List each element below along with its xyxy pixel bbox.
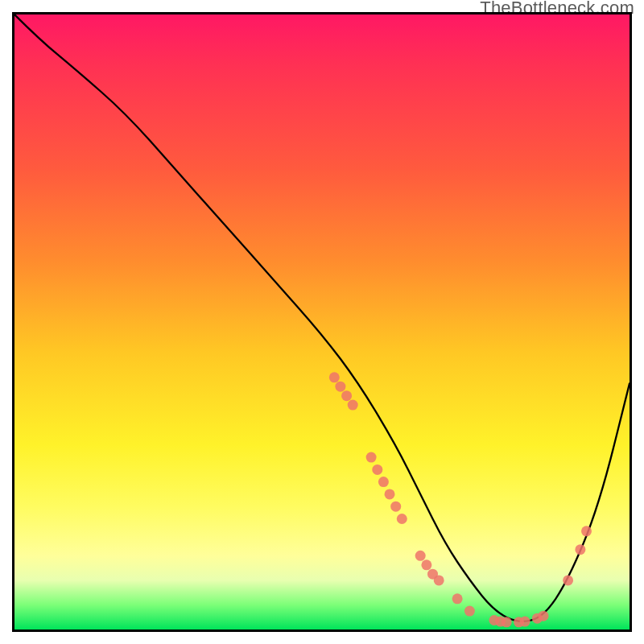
marker-point [366, 452, 377, 463]
marker-point [329, 372, 340, 382]
marker-point [341, 390, 352, 401]
marker-point [581, 526, 592, 536]
marker-point [452, 593, 463, 604]
marker-point [390, 502, 401, 512]
chart-root: TheBottleneck.com [0, 0, 644, 644]
marker-point [385, 489, 395, 499]
marker-point [415, 551, 426, 561]
marker-point [372, 464, 382, 475]
marker-point [378, 477, 389, 487]
markers-group [329, 372, 592, 627]
chart-svg [14, 14, 630, 630]
marker-point [539, 611, 549, 621]
marker-point [575, 544, 585, 555]
marker-point [348, 400, 358, 411]
plot-area [12, 12, 632, 632]
bottleneck-curve-line [14, 14, 630, 621]
marker-point [397, 514, 407, 524]
marker-point [563, 575, 573, 585]
marker-point [434, 575, 444, 585]
marker-point [520, 617, 530, 627]
marker-point [421, 559, 431, 570]
marker-point [464, 606, 475, 617]
marker-point [502, 617, 512, 627]
marker-point [335, 382, 345, 392]
